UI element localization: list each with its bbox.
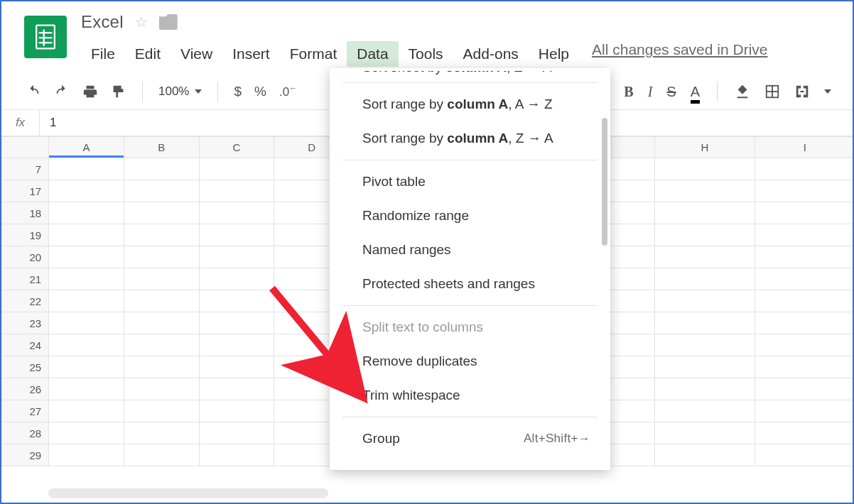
- menu-addons[interactable]: Add-ons: [453, 41, 529, 67]
- save-status[interactable]: All changes saved in Drive: [592, 41, 767, 67]
- bold-button[interactable]: B: [624, 84, 633, 100]
- menu-item-remove-duplicates[interactable]: Remove duplicates: [330, 344, 610, 378]
- row-header[interactable]: 18: [2, 202, 49, 224]
- cell[interactable]: [49, 400, 124, 422]
- row-header[interactable]: 27: [2, 400, 49, 422]
- menu-item-sort-range-za[interactable]: Sort range by column A, Z → A: [330, 121, 610, 155]
- paint-format-icon[interactable]: [111, 84, 126, 99]
- cell[interactable]: [124, 356, 199, 378]
- cell[interactable]: [755, 268, 854, 290]
- cell[interactable]: [755, 422, 854, 444]
- cell[interactable]: [49, 180, 124, 202]
- cell[interactable]: [654, 334, 755, 356]
- folder-icon[interactable]: [159, 14, 178, 30]
- cell[interactable]: [49, 422, 124, 444]
- cell[interactable]: [654, 246, 755, 268]
- cell[interactable]: [124, 334, 199, 356]
- row-header[interactable]: 26: [2, 378, 49, 400]
- cell[interactable]: [755, 378, 854, 400]
- cell[interactable]: [124, 180, 199, 202]
- cell[interactable]: [199, 180, 274, 202]
- cell[interactable]: [49, 334, 124, 356]
- cell[interactable]: [199, 422, 274, 444]
- menu-help[interactable]: Help: [529, 41, 579, 67]
- cell[interactable]: [199, 268, 274, 290]
- menu-data[interactable]: Data: [347, 41, 398, 67]
- menu-item-sort-range-az[interactable]: Sort range by column A, A → Z: [330, 87, 610, 121]
- cell[interactable]: [49, 246, 124, 268]
- cell[interactable]: [124, 400, 199, 422]
- column-header[interactable]: I: [755, 137, 854, 158]
- cell[interactable]: [199, 444, 274, 466]
- fill-color-icon[interactable]: [735, 84, 750, 99]
- strikethrough-button[interactable]: S: [666, 84, 676, 100]
- format-percent[interactable]: %: [254, 84, 266, 99]
- cell[interactable]: [124, 422, 199, 444]
- cell[interactable]: [49, 202, 124, 224]
- cell[interactable]: [124, 290, 199, 312]
- row-header[interactable]: 19: [2, 224, 49, 246]
- menu-edit[interactable]: Edit: [125, 41, 171, 67]
- cell[interactable]: [199, 378, 274, 400]
- row-header[interactable]: 28: [2, 422, 49, 444]
- cell[interactable]: [199, 158, 274, 180]
- cell[interactable]: [654, 422, 755, 444]
- row-header[interactable]: 7: [2, 158, 49, 180]
- cell[interactable]: [199, 224, 274, 246]
- column-header[interactable]: H: [654, 137, 755, 158]
- cell[interactable]: [49, 158, 124, 180]
- formula-value[interactable]: 1: [40, 116, 56, 130]
- row-header[interactable]: 25: [2, 356, 49, 378]
- menu-item-trim-whitespace[interactable]: Trim whitespace: [330, 378, 610, 412]
- cell[interactable]: [199, 400, 274, 422]
- cell[interactable]: [654, 312, 755, 334]
- cell[interactable]: [199, 356, 274, 378]
- cell[interactable]: [755, 202, 854, 224]
- cell[interactable]: [755, 444, 854, 466]
- menu-item-randomize-range[interactable]: Randomize range: [330, 199, 610, 233]
- cell[interactable]: [199, 290, 274, 312]
- undo-icon[interactable]: [26, 84, 41, 99]
- cell[interactable]: [654, 268, 755, 290]
- horizontal-scrollbar[interactable]: [48, 488, 328, 498]
- menu-item-named-ranges[interactable]: Named ranges: [330, 233, 610, 267]
- cell[interactable]: [755, 180, 854, 202]
- cell[interactable]: [124, 202, 199, 224]
- cell[interactable]: [755, 224, 854, 246]
- cell[interactable]: [755, 356, 854, 378]
- cell[interactable]: [755, 400, 854, 422]
- borders-icon[interactable]: [764, 84, 780, 99]
- row-header[interactable]: 21: [2, 268, 49, 290]
- cell[interactable]: [124, 378, 199, 400]
- zoom-selector[interactable]: 100%: [158, 84, 202, 99]
- menu-tools[interactable]: Tools: [399, 41, 453, 67]
- cell[interactable]: [49, 356, 124, 378]
- column-header[interactable]: B: [124, 137, 199, 158]
- cell[interactable]: [654, 180, 755, 202]
- cell[interactable]: [654, 444, 755, 466]
- menu-item-group[interactable]: GroupAlt+Shift+→: [330, 422, 610, 456]
- cell[interactable]: [755, 246, 854, 268]
- cell[interactable]: [654, 224, 755, 246]
- cell[interactable]: [199, 312, 274, 334]
- row-header[interactable]: 24: [2, 334, 49, 356]
- italic-button[interactable]: I: [648, 84, 653, 100]
- cell[interactable]: [755, 290, 854, 312]
- row-header[interactable]: 23: [2, 312, 49, 334]
- row-header[interactable]: 22: [2, 290, 49, 312]
- menu-view[interactable]: View: [171, 41, 222, 67]
- column-header[interactable]: C: [199, 137, 274, 158]
- cell[interactable]: [124, 312, 199, 334]
- cell[interactable]: [755, 334, 854, 356]
- decrease-decimal[interactable]: .0←: [279, 84, 297, 99]
- cell[interactable]: [199, 202, 274, 224]
- cell[interactable]: [124, 444, 199, 466]
- cell[interactable]: [654, 202, 755, 224]
- cell[interactable]: [49, 290, 124, 312]
- cell[interactable]: [49, 444, 124, 466]
- menu-scrollbar[interactable]: [602, 118, 607, 246]
- merge-cells-icon[interactable]: [794, 84, 810, 99]
- format-currency[interactable]: $: [234, 84, 242, 99]
- cell[interactable]: [124, 224, 199, 246]
- text-color-button[interactable]: A: [691, 84, 700, 100]
